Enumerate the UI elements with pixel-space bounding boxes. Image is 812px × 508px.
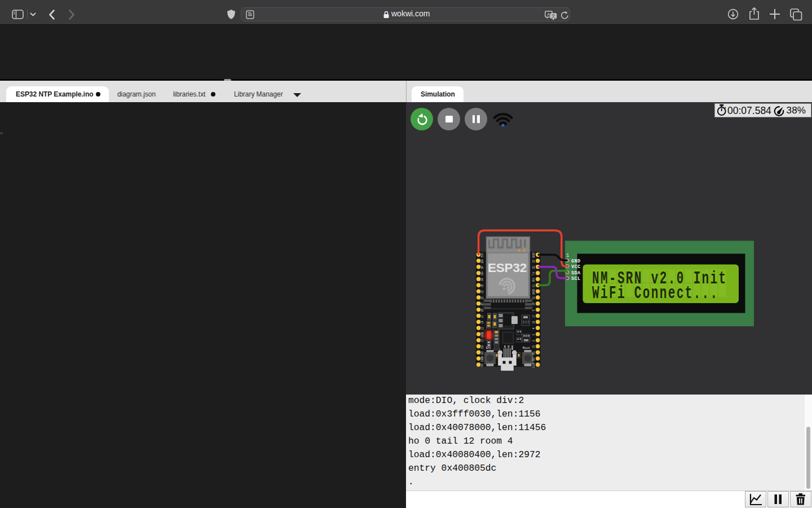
svg-text:3V3: 3V3: [481, 253, 484, 258]
svg-text:CLK: CLK: [532, 362, 535, 368]
svg-text:D2: D2: [481, 345, 484, 348]
svg-text:TX: TX: [532, 272, 535, 275]
svg-text:D0: D0: [532, 357, 535, 361]
svg-text:WiFi Connect...: WiFi Connect...: [592, 283, 717, 303]
svg-text:14: 14: [481, 321, 484, 324]
svg-text:25: 25: [481, 303, 484, 306]
svg-text:CMD: CMD: [481, 356, 484, 362]
svg-text:35: 35: [481, 284, 484, 287]
svg-text:18: 18: [532, 303, 535, 306]
svg-text:34: 34: [481, 278, 484, 282]
svg-text:Boot: Boot: [523, 345, 530, 349]
svg-text:4: 4: [532, 327, 535, 329]
svg-text:1: 1: [566, 253, 569, 259]
svg-text:32: 32: [481, 290, 484, 294]
svg-text:GND: GND: [481, 331, 484, 338]
svg-text:5V: 5V: [481, 363, 484, 367]
svg-text:2: 2: [532, 340, 535, 341]
svg-text:RX: RX: [532, 278, 535, 281]
svg-text:VN: VN: [481, 272, 484, 275]
svg-text:A: A: [547, 12, 550, 17]
svg-text:SDA: SDA: [571, 270, 581, 276]
svg-text:GND: GND: [532, 288, 535, 295]
svg-text:GND: GND: [532, 252, 535, 258]
svg-text:SCL: SCL: [571, 276, 581, 282]
svg-text:23: 23: [532, 260, 535, 263]
svg-text:15: 15: [532, 345, 535, 349]
svg-text:22: 22: [532, 266, 535, 269]
svg-text:26: 26: [481, 309, 484, 312]
svg-text:EN: EN: [486, 345, 491, 349]
svg-text:19: 19: [532, 296, 535, 300]
svg-text:文: 文: [551, 14, 556, 19]
svg-text:13: 13: [481, 339, 484, 343]
svg-text:16: 16: [532, 321, 535, 324]
svg-text:12: 12: [481, 327, 484, 330]
svg-text:EN: EN: [481, 260, 484, 263]
svg-text:17: 17: [532, 314, 535, 318]
svg-text:D1: D1: [532, 351, 535, 354]
svg-text:27: 27: [481, 314, 484, 318]
svg-text:33: 33: [481, 296, 484, 300]
svg-text:ESP32: ESP32: [488, 261, 527, 275]
svg-text:0: 0: [532, 334, 535, 335]
svg-text:5: 5: [532, 309, 535, 311]
svg-text:21: 21: [532, 284, 535, 287]
svg-text:GND: GND: [571, 259, 581, 264]
svg-text:D3: D3: [481, 351, 484, 354]
svg-text:VCC: VCC: [571, 264, 581, 270]
svg-text:VP: VP: [481, 266, 484, 269]
